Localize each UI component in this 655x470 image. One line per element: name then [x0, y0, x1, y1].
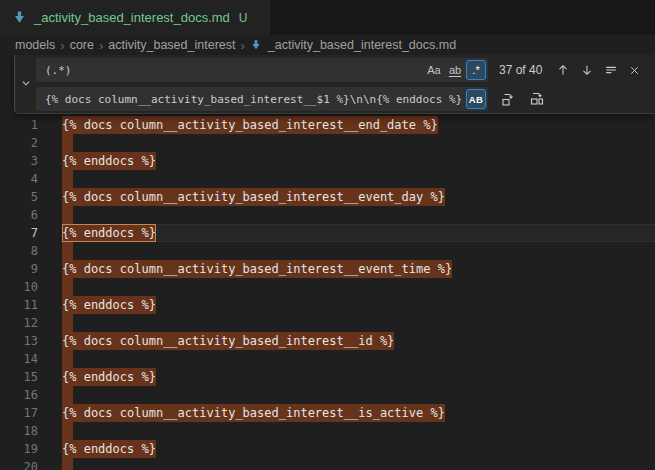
- find-next-button[interactable]: [576, 60, 597, 81]
- code-line-10[interactable]: 10: [0, 278, 655, 296]
- find-in-selection-button[interactable]: [600, 60, 621, 81]
- line-number: 10: [0, 278, 38, 296]
- editor[interactable]: Aa ab .* 37 of 40: [0, 55, 655, 470]
- code-line-4[interactable]: 4: [0, 170, 655, 188]
- replace-input[interactable]: [38, 93, 465, 106]
- line-number: 12: [0, 314, 38, 332]
- line-content: [62, 206, 655, 224]
- code-line-13[interactable]: 13{% docs column__activity_based_interes…: [0, 332, 655, 350]
- breadcrumb: models › core › activity_based_interest …: [0, 35, 655, 55]
- line-content: {% docs column__activity_based_interest_…: [62, 404, 655, 422]
- line-number: 3: [0, 152, 38, 170]
- code-line-5[interactable]: 5{% docs column__activity_based_interest…: [0, 188, 655, 206]
- tab-activity-based-interest-docs[interactable]: _activity_based_interest_docs.md U: [0, 0, 270, 35]
- replace-input-box: AB: [36, 87, 488, 111]
- find-row: Aa ab .* 37 of 40: [36, 58, 647, 82]
- code-line-11[interactable]: 11{% enddocs %}: [0, 296, 655, 314]
- line-content: [62, 458, 655, 470]
- replace-all-icon: [529, 91, 545, 107]
- line-content: [62, 386, 655, 404]
- line-number: 13: [0, 332, 38, 350]
- code-line-1[interactable]: 1{% docs column__activity_based_interest…: [0, 116, 655, 134]
- find-match-highlight-empty: [62, 278, 73, 296]
- whole-word-button[interactable]: ab: [445, 60, 465, 80]
- code-line-14[interactable]: 14: [0, 350, 655, 368]
- find-match-highlight-empty: [62, 458, 73, 470]
- breadcrumb-item-file[interactable]: _activity_based_interest_docs.md: [268, 38, 456, 52]
- breadcrumb-item-activity-based-interest[interactable]: activity_based_interest: [108, 38, 235, 52]
- line-number: 16: [0, 386, 38, 404]
- code-line-17[interactable]: 17{% docs column__activity_based_interes…: [0, 404, 655, 422]
- code-line-19[interactable]: 19{% enddocs %}: [0, 440, 655, 458]
- line-content: {% enddocs %}: [62, 368, 655, 386]
- line-content: {% docs column__activity_based_interest_…: [62, 188, 655, 206]
- chevron-right-icon: ›: [60, 38, 64, 53]
- find-match-highlight-empty: [62, 206, 73, 224]
- code-line-7[interactable]: 7{% enddocs %}: [0, 224, 655, 242]
- replace-row: AB: [36, 87, 647, 111]
- find-match-highlight: {% docs column__activity_based_interest_…: [62, 116, 438, 134]
- find-match-highlight: {% docs column__activity_based_interest_…: [62, 404, 445, 422]
- breadcrumb-item-models[interactable]: models: [15, 38, 55, 52]
- regex-button[interactable]: .*: [466, 60, 486, 80]
- line-number: 14: [0, 350, 38, 368]
- replace-one-button[interactable]: [497, 89, 518, 110]
- find-input[interactable]: [38, 64, 423, 77]
- line-content: {% docs column__activity_based_interest_…: [62, 116, 655, 134]
- line-content: {% enddocs %}: [62, 152, 655, 170]
- line-number: 8: [0, 242, 38, 260]
- toggle-replace-button[interactable]: [15, 55, 36, 113]
- git-status-badge: U: [239, 11, 248, 25]
- line-number: 7: [0, 224, 38, 242]
- find-match-highlight: {% enddocs %}: [62, 296, 156, 314]
- markdown-file-icon: [12, 10, 27, 25]
- find-input-box: Aa ab .*: [36, 58, 488, 82]
- replace-all-button[interactable]: [526, 89, 547, 110]
- preserve-case-button[interactable]: AB: [466, 89, 486, 109]
- code-line-6[interactable]: 6: [0, 206, 655, 224]
- code-line-18[interactable]: 18: [0, 422, 655, 440]
- code-line-8[interactable]: 8: [0, 242, 655, 260]
- close-find-button[interactable]: [624, 60, 645, 81]
- find-match-highlight: {% enddocs %}: [62, 152, 156, 170]
- code-line-2[interactable]: 2: [0, 134, 655, 152]
- selection-lines-icon: [604, 63, 618, 77]
- line-content: [62, 422, 655, 440]
- code-line-3[interactable]: 3{% enddocs %}: [0, 152, 655, 170]
- line-number: 5: [0, 188, 38, 206]
- chevron-down-icon: [19, 76, 33, 90]
- line-number: 2: [0, 134, 38, 152]
- arrow-down-icon: [580, 63, 594, 77]
- match-count: 37 of 40: [499, 63, 542, 77]
- close-icon: [628, 64, 641, 77]
- find-match-highlight-empty: [62, 350, 73, 368]
- code-line-16[interactable]: 16: [0, 386, 655, 404]
- find-match-highlight: {% enddocs %}: [62, 368, 156, 386]
- code-line-12[interactable]: 12: [0, 314, 655, 332]
- find-match-highlight-empty: [62, 422, 73, 440]
- find-match-highlight-empty: [62, 314, 73, 332]
- line-number: 15: [0, 368, 38, 386]
- find-match-highlight: {% docs column__activity_based_interest_…: [62, 188, 445, 206]
- current-find-match: {% enddocs %}: [62, 224, 156, 242]
- arrow-up-icon: [556, 63, 570, 77]
- find-match-highlight: {% docs column__activity_based_interest_…: [62, 332, 394, 350]
- code-area[interactable]: 1{% docs column__activity_based_interest…: [0, 116, 655, 470]
- code-line-15[interactable]: 15{% enddocs %}: [0, 368, 655, 386]
- line-number: 9: [0, 260, 38, 278]
- find-previous-button[interactable]: [552, 60, 573, 81]
- code-line-9[interactable]: 9{% docs column__activity_based_interest…: [0, 260, 655, 278]
- line-number: 19: [0, 440, 38, 458]
- find-match-highlight-empty: [62, 242, 73, 260]
- tab-label: _activity_based_interest_docs.md: [34, 10, 230, 25]
- markdown-file-icon: [250, 39, 262, 51]
- match-case-button[interactable]: Aa: [424, 60, 444, 80]
- line-content: {% docs column__activity_based_interest_…: [62, 332, 655, 350]
- line-number: 4: [0, 170, 38, 188]
- breadcrumb-item-core[interactable]: core: [70, 38, 94, 52]
- find-replace-widget: Aa ab .* 37 of 40: [14, 55, 655, 114]
- line-content: [62, 170, 655, 188]
- vscode-window: _activity_based_interest_docs.md U model…: [0, 0, 655, 470]
- code-line-20[interactable]: 20: [0, 458, 655, 470]
- line-content: [62, 278, 655, 296]
